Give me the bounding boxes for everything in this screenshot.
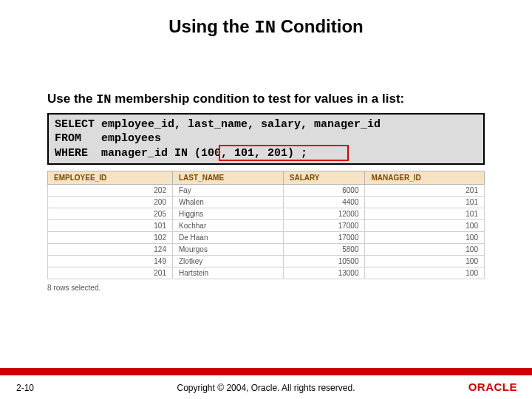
table-cell: 12000 <box>283 208 365 220</box>
desc-post: membership condition to test for values … <box>112 92 405 106</box>
table-row: 202Fay6000201 <box>48 185 485 197</box>
table-cell: 100 <box>365 256 485 267</box>
table-cell: 149 <box>48 256 173 267</box>
oracle-logo: ORACLE <box>468 381 517 393</box>
table-cell: 101 <box>365 197 485 208</box>
table-cell: 101 <box>365 208 485 220</box>
table-cell: Hartstein <box>172 267 283 279</box>
table-cell: Fay <box>172 185 283 197</box>
table-cell: De Haan <box>172 232 283 244</box>
footer-red-bar <box>0 368 532 375</box>
table-cell: 202 <box>48 185 173 197</box>
sql-code-box: SELECT employee_id, last_name, salary, m… <box>47 113 485 166</box>
sql-line1: SELECT employee_id, last_name, salary, m… <box>55 118 381 131</box>
desc-pre: Use the <box>47 92 96 106</box>
content-area: Use the IN membership condition to test … <box>0 91 532 292</box>
result-table: EMPLOYEE_ID LAST_NAME SALARY MANAGER_ID … <box>47 171 485 279</box>
table-cell: 201 <box>365 185 485 197</box>
description-text: Use the IN membership condition to test … <box>47 91 485 109</box>
desc-code: IN <box>96 92 111 106</box>
title-code: IN <box>254 18 276 38</box>
slide-title: Using the IN Condition <box>0 0 532 38</box>
table-cell: 205 <box>48 208 173 220</box>
table-cell: 101 <box>48 220 173 232</box>
copyright-text: Copyright © 2004, Oracle. All rights res… <box>0 383 532 393</box>
table-row: 149Zlotkey10500100 <box>48 256 485 267</box>
col-salary: SALARY <box>283 171 365 185</box>
table-cell: 100 <box>365 244 485 256</box>
col-last-name: LAST_NAME <box>172 171 283 185</box>
table-cell: 4400 <box>283 197 365 208</box>
table-cell: 102 <box>48 232 173 244</box>
table-cell: Kochhar <box>172 220 283 232</box>
col-manager-id: MANAGER_ID <box>365 171 485 185</box>
title-post: Condition <box>276 16 364 36</box>
result-area: EMPLOYEE_ID LAST_NAME SALARY MANAGER_ID … <box>47 171 485 292</box>
table-cell: 200 <box>48 197 173 208</box>
table-cell: 17000 <box>283 232 365 244</box>
table-cell: Higgins <box>172 208 283 220</box>
table-cell: Mourgos <box>172 244 283 256</box>
table-cell: 17000 <box>283 220 365 232</box>
title-pre: Using the <box>168 16 254 36</box>
table-cell: 100 <box>365 220 485 232</box>
sql-line3: WHERE manager_id IN (100, 101, 201) ; <box>55 147 307 160</box>
table-row: 124Mourgos5800100 <box>48 244 485 256</box>
table-row: 201Hartstein13000100 <box>48 267 485 279</box>
table-row: 101Kochhar17000100 <box>48 220 485 232</box>
table-row: 102De Haan17000100 <box>48 232 485 244</box>
table-cell: 100 <box>365 267 485 279</box>
table-cell: 5800 <box>283 244 365 256</box>
table-row: 200Whalen4400101 <box>48 197 485 208</box>
table-cell: 124 <box>48 244 173 256</box>
table-cell: 100 <box>365 232 485 244</box>
footer: 2-10 Copyright © 2004, Oracle. All right… <box>0 375 532 399</box>
table-cell: 13000 <box>283 267 365 279</box>
table-cell: Zlotkey <box>172 256 283 267</box>
table-header-row: EMPLOYEE_ID LAST_NAME SALARY MANAGER_ID <box>48 171 485 185</box>
table-cell: 201 <box>48 267 173 279</box>
sql-line2: FROM employees <box>55 132 161 145</box>
col-employee-id: EMPLOYEE_ID <box>48 171 173 185</box>
table-row: 205Higgins12000101 <box>48 208 485 220</box>
table-cell: 6000 <box>283 185 365 197</box>
table-cell: Whalen <box>172 197 283 208</box>
rows-selected-text: 8 rows selected. <box>47 284 485 292</box>
table-cell: 10500 <box>283 256 365 267</box>
